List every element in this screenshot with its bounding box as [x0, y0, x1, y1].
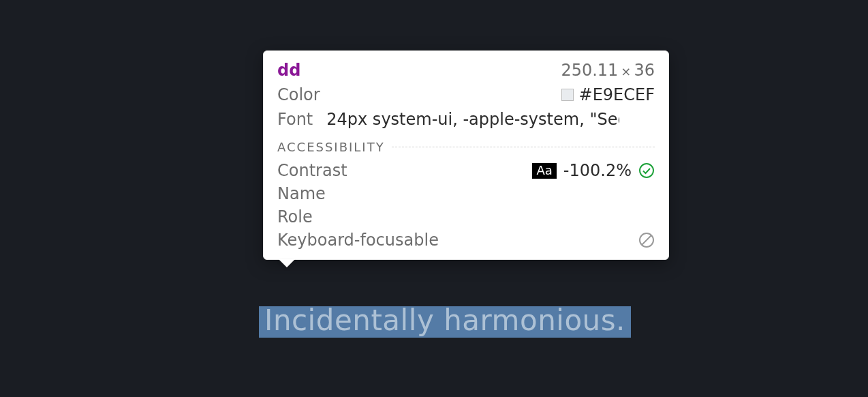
times-symbol: × — [618, 64, 634, 78]
element-tag-name: dd — [277, 61, 300, 80]
inspected-element-highlight: Incidentally harmonious. — [259, 306, 631, 338]
check-circle-icon — [638, 162, 655, 179]
element-height: 36 — [634, 61, 655, 80]
section-rule — [392, 147, 655, 147]
color-value: #E9ECEF — [561, 85, 655, 104]
svg-line-2 — [642, 235, 651, 245]
keyboard-focusable-label: Keyboard-focusable — [277, 231, 439, 250]
inspector-tooltip: dd 250.11×36 Color #E9ECEF Font 24px sys… — [263, 50, 669, 260]
name-label: Name — [277, 184, 326, 203]
contrast-value-group: Aa -100.2% — [532, 161, 655, 180]
contrast-row: Contrast Aa -100.2% — [277, 161, 655, 180]
inspected-element-text: Incidentally harmonious. — [264, 304, 625, 337]
tooltip-header-row: dd 250.11×36 — [277, 61, 655, 80]
contrast-aa-badge: Aa — [532, 163, 556, 179]
accessibility-section-header: Accessibility — [277, 140, 655, 154]
role-label: Role — [277, 207, 313, 226]
font-label: Font — [277, 110, 313, 129]
color-swatch — [561, 89, 574, 101]
element-width: 250.11 — [561, 61, 618, 80]
color-label: Color — [277, 85, 320, 104]
role-row: Role — [277, 207, 655, 226]
color-hex: #E9ECEF — [579, 85, 655, 104]
name-row: Name — [277, 184, 655, 203]
keyboard-focusable-value — [638, 232, 655, 248]
svg-point-0 — [640, 164, 653, 177]
contrast-label: Contrast — [277, 161, 347, 180]
not-allowed-icon — [638, 232, 655, 248]
color-row: Color #E9ECEF — [277, 85, 655, 104]
accessibility-caption: Accessibility — [277, 140, 385, 154]
font-row: Font 24px system-ui, -apple-system, "Seg… — [277, 110, 655, 129]
element-dimensions: 250.11×36 — [561, 61, 655, 80]
contrast-percentage: -100.2% — [563, 161, 632, 180]
font-value: 24px system-ui, -apple-system, "Segoe… — [326, 110, 619, 129]
keyboard-focusable-row: Keyboard-focusable — [277, 231, 655, 250]
